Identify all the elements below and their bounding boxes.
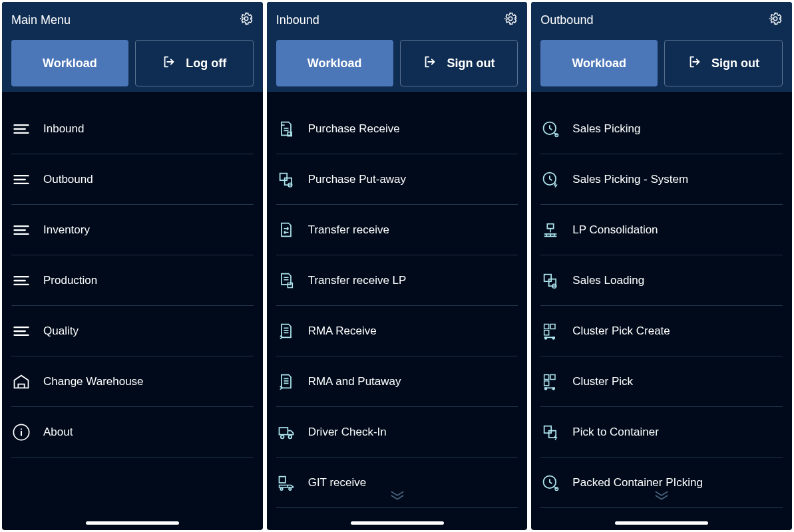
workload-button-label: Workload xyxy=(43,57,97,70)
menu-item-label: Purchase Put-away xyxy=(308,173,406,186)
menu-item[interactable]: Outbound xyxy=(11,154,254,205)
menu-item-label: Inbound xyxy=(43,122,84,136)
gear-icon[interactable] xyxy=(239,11,254,29)
gear-icon[interactable] xyxy=(768,11,783,29)
menu-item-label: Sales Picking - System xyxy=(572,173,688,186)
scroll-down-icon[interactable] xyxy=(388,490,407,503)
panel-title: Inbound xyxy=(276,13,319,27)
panel-header: OutboundWorkloadSign out xyxy=(531,2,792,92)
title-row: Outbound xyxy=(540,10,783,30)
menu-item-label: Driver Check-In xyxy=(308,426,387,439)
menu-item-label: Packed Container PIcking xyxy=(572,476,703,489)
hamburger-icon xyxy=(11,120,31,138)
truck-box-icon xyxy=(276,473,296,492)
menu-item[interactable]: About xyxy=(11,407,254,458)
menu-list: InboundOutboundInventoryProductionQualit… xyxy=(2,92,263,530)
menu-item[interactable]: Cluster Pick xyxy=(540,356,783,407)
home-indicator xyxy=(86,521,179,525)
menu-item[interactable]: Inventory xyxy=(11,205,254,255)
doc-receive-icon xyxy=(276,120,296,138)
doc-arrow-icon xyxy=(276,372,296,391)
hamburger-icon xyxy=(11,271,31,290)
boxes-icon xyxy=(276,170,296,189)
hamburger-icon xyxy=(11,221,31,239)
menu-item[interactable]: Purchase Put-away xyxy=(276,154,518,205)
menu-item-label: Quality xyxy=(43,325,79,338)
workload-button-label: Workload xyxy=(572,57,626,70)
pallet-icon xyxy=(540,221,560,239)
scroll-down-icon[interactable] xyxy=(652,490,671,503)
panel-header: Main MenuWorkloadLog off xyxy=(2,2,263,92)
menu-item-label: Sales Loading xyxy=(572,274,644,287)
menu-item[interactable]: Sales Loading xyxy=(540,255,783,306)
doc-transfer-icon xyxy=(276,221,296,239)
menu-item[interactable]: Cluster Pick Create xyxy=(540,306,783,356)
title-row: Main Menu xyxy=(11,10,254,30)
menu-item-label: Cluster Pick Create xyxy=(572,325,670,338)
menu-item[interactable]: Sales Picking xyxy=(540,104,783,154)
menu-item-label: Transfer receive xyxy=(308,223,389,237)
clock-bolt-icon xyxy=(540,170,560,189)
app-panel: Main MenuWorkloadLog offInboundOutboundI… xyxy=(2,2,263,530)
app-panel: OutboundWorkloadSign outSales PickingSal… xyxy=(531,2,792,530)
truck-icon xyxy=(276,423,296,442)
boxes-icon xyxy=(540,271,560,290)
signout-button[interactable]: Log off xyxy=(135,40,254,86)
menu-item-label: Sales Picking xyxy=(572,122,640,136)
hamburger-icon xyxy=(11,322,31,340)
menu-item-label: Purchase Receive xyxy=(308,122,400,136)
doc-arrow-icon xyxy=(276,322,296,340)
panel-header: InboundWorkloadSign out xyxy=(267,2,528,92)
menu-item[interactable]: Inbound xyxy=(11,104,254,154)
signout-button-label: Sign out xyxy=(447,57,495,70)
gear-icon[interactable] xyxy=(503,11,518,29)
home-indicator xyxy=(351,521,444,525)
warehouse-icon xyxy=(11,372,31,391)
menu-item-label: About xyxy=(43,426,73,439)
menu-list: Sales PickingSales Picking - SystemLP Co… xyxy=(531,92,792,530)
menu-item[interactable]: Pick to Container xyxy=(540,407,783,458)
doc-lp-icon xyxy=(276,271,296,290)
app-panel: InboundWorkloadSign outPurchase ReceiveP… xyxy=(267,2,528,530)
exit-icon xyxy=(162,55,176,72)
button-row: WorkloadLog off xyxy=(11,40,254,86)
panel-title: Main Menu xyxy=(11,13,71,27)
exit-icon xyxy=(688,55,702,72)
menu-item-label: Cluster Pick xyxy=(572,375,633,388)
button-row: WorkloadSign out xyxy=(276,40,518,86)
menu-item[interactable]: Production xyxy=(11,255,254,306)
signout-button-label: Sign out xyxy=(711,57,759,70)
menu-item[interactable]: Quality xyxy=(11,306,254,356)
title-row: Inbound xyxy=(276,10,518,30)
exit-icon xyxy=(423,55,437,72)
menu-item[interactable]: RMA and Putaway xyxy=(276,356,518,407)
grid-cart-icon xyxy=(540,372,560,391)
menu-item-label: Transfer receive LP xyxy=(308,274,407,287)
workload-button-label: Workload xyxy=(307,57,362,70)
signout-button[interactable]: Sign out xyxy=(400,40,518,86)
menu-item[interactable]: Transfer receive LP xyxy=(276,255,518,306)
menu-item[interactable]: Driver Check-In xyxy=(276,407,518,458)
signout-button[interactable]: Sign out xyxy=(664,40,783,86)
grid-cart-icon xyxy=(540,322,560,340)
menu-list: Purchase ReceivePurchase Put-awayTransfe… xyxy=(267,92,528,530)
menu-item[interactable]: LP Consolidation xyxy=(540,205,783,255)
clock-arrow-icon xyxy=(540,120,560,138)
signout-button-label: Log off xyxy=(186,57,226,70)
menu-item-label: Outbound xyxy=(43,173,93,186)
menu-item-label: Production xyxy=(43,274,97,287)
home-indicator xyxy=(615,521,708,525)
workload-button[interactable]: Workload xyxy=(11,40,128,86)
workload-button[interactable]: Workload xyxy=(540,40,658,86)
menu-item[interactable]: Purchase Receive xyxy=(276,104,518,154)
menu-item[interactable]: Sales Picking - System xyxy=(540,154,783,205)
menu-item[interactable]: Change Warehouse xyxy=(11,356,254,407)
menu-item-label: Change Warehouse xyxy=(43,375,144,388)
menu-item[interactable]: RMA Receive xyxy=(276,306,518,356)
menu-item[interactable]: Transfer receive xyxy=(276,205,518,255)
workload-button[interactable]: Workload xyxy=(276,40,393,86)
menu-item-label: RMA and Putaway xyxy=(308,375,401,388)
button-row: WorkloadSign out xyxy=(540,40,783,86)
menu-item-label: LP Consolidation xyxy=(572,223,658,237)
menu-item-label: RMA Receive xyxy=(308,325,377,338)
